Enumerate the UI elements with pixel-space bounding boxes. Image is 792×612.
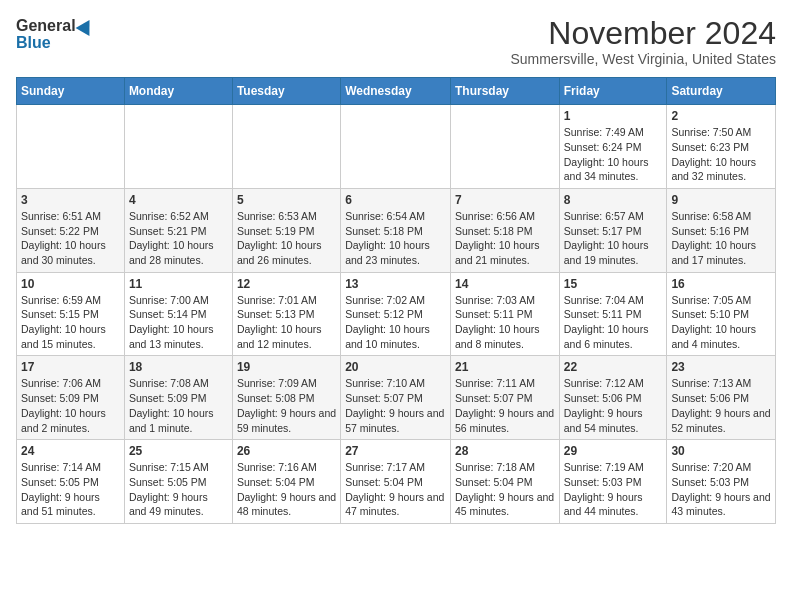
day-info: Sunrise: 7:10 AM Sunset: 5:07 PM Dayligh… (345, 376, 446, 435)
logo-blue-text: Blue (16, 33, 51, 52)
day-number: 27 (345, 444, 446, 458)
day-info: Sunrise: 7:14 AM Sunset: 5:05 PM Dayligh… (21, 460, 120, 519)
calendar-cell: 29Sunrise: 7:19 AM Sunset: 5:03 PM Dayli… (559, 440, 667, 524)
calendar-subtitle: Summersville, West Virginia, United Stat… (510, 51, 776, 67)
calendar-cell: 9Sunrise: 6:58 AM Sunset: 5:16 PM Daylig… (667, 188, 776, 272)
weekday-header-wednesday: Wednesday (341, 78, 451, 105)
day-info: Sunrise: 7:17 AM Sunset: 5:04 PM Dayligh… (345, 460, 446, 519)
calendar-cell: 7Sunrise: 6:56 AM Sunset: 5:18 PM Daylig… (450, 188, 559, 272)
calendar-cell (450, 105, 559, 189)
calendar-cell: 12Sunrise: 7:01 AM Sunset: 5:13 PM Dayli… (232, 272, 340, 356)
day-number: 21 (455, 360, 555, 374)
calendar-cell: 20Sunrise: 7:10 AM Sunset: 5:07 PM Dayli… (341, 356, 451, 440)
day-info: Sunrise: 7:03 AM Sunset: 5:11 PM Dayligh… (455, 293, 555, 352)
day-number: 13 (345, 277, 446, 291)
calendar-header: SundayMondayTuesdayWednesdayThursdayFrid… (17, 78, 776, 105)
calendar-week-row: 1Sunrise: 7:49 AM Sunset: 6:24 PM Daylig… (17, 105, 776, 189)
day-info: Sunrise: 7:01 AM Sunset: 5:13 PM Dayligh… (237, 293, 336, 352)
day-number: 26 (237, 444, 336, 458)
day-number: 16 (671, 277, 771, 291)
day-number: 7 (455, 193, 555, 207)
calendar-cell: 23Sunrise: 7:13 AM Sunset: 5:06 PM Dayli… (667, 356, 776, 440)
calendar-cell: 16Sunrise: 7:05 AM Sunset: 5:10 PM Dayli… (667, 272, 776, 356)
day-info: Sunrise: 7:04 AM Sunset: 5:11 PM Dayligh… (564, 293, 663, 352)
day-number: 28 (455, 444, 555, 458)
calendar-cell: 11Sunrise: 7:00 AM Sunset: 5:14 PM Dayli… (124, 272, 232, 356)
logo-triangle-icon (75, 16, 96, 36)
calendar-week-row: 17Sunrise: 7:06 AM Sunset: 5:09 PM Dayli… (17, 356, 776, 440)
calendar-cell: 25Sunrise: 7:15 AM Sunset: 5:05 PM Dayli… (124, 440, 232, 524)
day-number: 20 (345, 360, 446, 374)
day-info: Sunrise: 7:02 AM Sunset: 5:12 PM Dayligh… (345, 293, 446, 352)
calendar-cell: 14Sunrise: 7:03 AM Sunset: 5:11 PM Dayli… (450, 272, 559, 356)
calendar-cell: 2Sunrise: 7:50 AM Sunset: 6:23 PM Daylig… (667, 105, 776, 189)
day-number: 8 (564, 193, 663, 207)
weekday-header-saturday: Saturday (667, 78, 776, 105)
calendar-cell: 1Sunrise: 7:49 AM Sunset: 6:24 PM Daylig… (559, 105, 667, 189)
calendar-title: November 2024 (510, 16, 776, 51)
calendar-week-row: 24Sunrise: 7:14 AM Sunset: 5:05 PM Dayli… (17, 440, 776, 524)
day-number: 12 (237, 277, 336, 291)
day-number: 23 (671, 360, 771, 374)
weekday-header-sunday: Sunday (17, 78, 125, 105)
calendar-cell: 5Sunrise: 6:53 AM Sunset: 5:19 PM Daylig… (232, 188, 340, 272)
day-number: 4 (129, 193, 228, 207)
day-info: Sunrise: 6:53 AM Sunset: 5:19 PM Dayligh… (237, 209, 336, 268)
calendar-cell: 28Sunrise: 7:18 AM Sunset: 5:04 PM Dayli… (450, 440, 559, 524)
calendar-cell: 18Sunrise: 7:08 AM Sunset: 5:09 PM Dayli… (124, 356, 232, 440)
day-info: Sunrise: 7:20 AM Sunset: 5:03 PM Dayligh… (671, 460, 771, 519)
calendar-cell: 26Sunrise: 7:16 AM Sunset: 5:04 PM Dayli… (232, 440, 340, 524)
day-number: 6 (345, 193, 446, 207)
day-info: Sunrise: 7:00 AM Sunset: 5:14 PM Dayligh… (129, 293, 228, 352)
day-number: 22 (564, 360, 663, 374)
calendar-cell: 22Sunrise: 7:12 AM Sunset: 5:06 PM Dayli… (559, 356, 667, 440)
day-number: 19 (237, 360, 336, 374)
day-number: 1 (564, 109, 663, 123)
logo: General Blue (16, 16, 94, 52)
day-info: Sunrise: 7:16 AM Sunset: 5:04 PM Dayligh… (237, 460, 336, 519)
calendar-cell: 19Sunrise: 7:09 AM Sunset: 5:08 PM Dayli… (232, 356, 340, 440)
day-info: Sunrise: 7:50 AM Sunset: 6:23 PM Dayligh… (671, 125, 771, 184)
day-info: Sunrise: 7:12 AM Sunset: 5:06 PM Dayligh… (564, 376, 663, 435)
day-number: 5 (237, 193, 336, 207)
day-info: Sunrise: 6:57 AM Sunset: 5:17 PM Dayligh… (564, 209, 663, 268)
day-info: Sunrise: 7:15 AM Sunset: 5:05 PM Dayligh… (129, 460, 228, 519)
day-number: 18 (129, 360, 228, 374)
calendar-cell (232, 105, 340, 189)
calendar-cell: 8Sunrise: 6:57 AM Sunset: 5:17 PM Daylig… (559, 188, 667, 272)
day-info: Sunrise: 7:05 AM Sunset: 5:10 PM Dayligh… (671, 293, 771, 352)
day-info: Sunrise: 6:58 AM Sunset: 5:16 PM Dayligh… (671, 209, 771, 268)
day-number: 11 (129, 277, 228, 291)
calendar-cell: 15Sunrise: 7:04 AM Sunset: 5:11 PM Dayli… (559, 272, 667, 356)
day-number: 24 (21, 444, 120, 458)
day-number: 2 (671, 109, 771, 123)
day-number: 9 (671, 193, 771, 207)
day-info: Sunrise: 7:49 AM Sunset: 6:24 PM Dayligh… (564, 125, 663, 184)
calendar-table: SundayMondayTuesdayWednesdayThursdayFrid… (16, 77, 776, 524)
day-number: 29 (564, 444, 663, 458)
calendar-cell (124, 105, 232, 189)
day-info: Sunrise: 7:18 AM Sunset: 5:04 PM Dayligh… (455, 460, 555, 519)
day-number: 3 (21, 193, 120, 207)
day-number: 30 (671, 444, 771, 458)
calendar-cell: 27Sunrise: 7:17 AM Sunset: 5:04 PM Dayli… (341, 440, 451, 524)
calendar-cell: 6Sunrise: 6:54 AM Sunset: 5:18 PM Daylig… (341, 188, 451, 272)
page-header: General Blue November 2024 Summersville,… (16, 16, 776, 67)
weekday-header-tuesday: Tuesday (232, 78, 340, 105)
calendar-week-row: 3Sunrise: 6:51 AM Sunset: 5:22 PM Daylig… (17, 188, 776, 272)
calendar-cell: 30Sunrise: 7:20 AM Sunset: 5:03 PM Dayli… (667, 440, 776, 524)
day-info: Sunrise: 7:11 AM Sunset: 5:07 PM Dayligh… (455, 376, 555, 435)
day-info: Sunrise: 6:59 AM Sunset: 5:15 PM Dayligh… (21, 293, 120, 352)
day-info: Sunrise: 7:19 AM Sunset: 5:03 PM Dayligh… (564, 460, 663, 519)
calendar-cell: 24Sunrise: 7:14 AM Sunset: 5:05 PM Dayli… (17, 440, 125, 524)
day-number: 15 (564, 277, 663, 291)
day-info: Sunrise: 7:13 AM Sunset: 5:06 PM Dayligh… (671, 376, 771, 435)
day-number: 14 (455, 277, 555, 291)
calendar-cell (341, 105, 451, 189)
calendar-cell (17, 105, 125, 189)
day-number: 25 (129, 444, 228, 458)
calendar-cell: 21Sunrise: 7:11 AM Sunset: 5:07 PM Dayli… (450, 356, 559, 440)
day-number: 17 (21, 360, 120, 374)
day-info: Sunrise: 7:09 AM Sunset: 5:08 PM Dayligh… (237, 376, 336, 435)
weekday-header-monday: Monday (124, 78, 232, 105)
